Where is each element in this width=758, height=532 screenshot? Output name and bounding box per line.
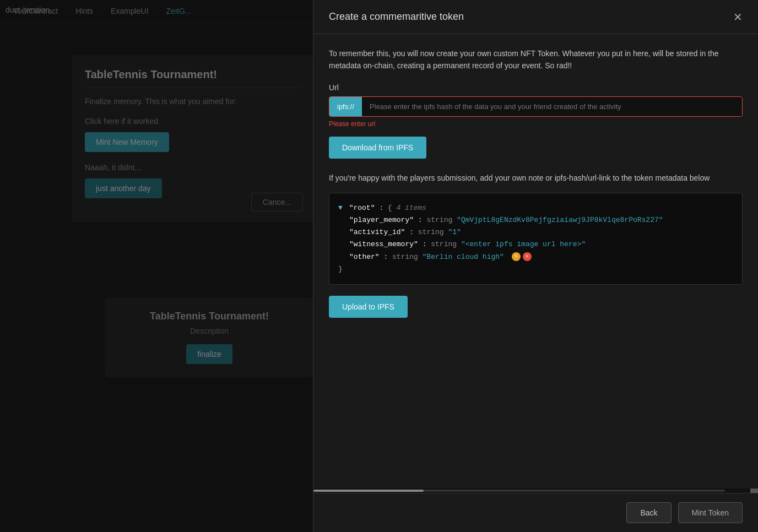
json-player-memory-value: "QmVjptL8gENzdKv8Pejfgziaiawj9JP8kVlqe8r… [457,216,663,224]
json-viewer: ▼ "root" : { 4 items "player_memory" : s… [329,193,743,285]
json-open-brace: { [388,204,392,212]
json-delete-icon[interactable]: ✕ [523,252,532,261]
mint-token-button[interactable]: Mint Token [678,502,743,523]
url-prefix: ipfs:// [329,97,362,116]
json-other-icons: ✎ ✕ [512,252,532,261]
scrollbar-button[interactable] [750,488,758,493]
modal-body: To remember this, you will now create yo… [313,34,758,488]
json-collapse-icon[interactable]: ▼ [338,204,343,212]
json-witness-memory-type: string [431,240,457,248]
json-player-memory-key: "player_memory" [349,216,414,224]
download-from-ipfs-button[interactable]: Download from IPFS [329,137,426,159]
json-witness-memory-key: "witness_memory" [349,240,418,248]
json-player-memory-type: string [426,216,452,224]
back-button[interactable]: Back [626,502,671,523]
modal-footer: Back Mint Token [313,493,758,532]
modal-header: Create a commemaritive token ✕ [313,0,758,34]
modal-title: Create a commemaritive token [329,11,464,23]
happy-text: If you're happy with the players submiss… [329,172,743,184]
json-close-brace: } [338,265,343,273]
scrollbar-thumb [313,490,424,492]
modal: Create a commemaritive token ✕ To rememb… [313,0,758,532]
json-activity-id-value: "1" [448,228,461,236]
json-edit-icon[interactable]: ✎ [512,252,521,261]
scrollbar-track [313,490,725,492]
json-other-key: "other" [349,253,380,261]
json-activity-id-type: string [418,228,444,236]
url-error: Please enter url [329,120,743,128]
upload-to-ipfs-button[interactable]: Upload to IPFS [329,296,408,318]
url-input[interactable] [362,97,742,116]
modal-scrollbar[interactable] [313,488,758,493]
modal-description: To remember this, you will now create yo… [329,47,743,72]
url-input-wrapper: ipfs:// [329,96,743,117]
json-root-key: "root" [349,204,375,212]
url-label: Url [329,83,743,92]
json-activity-id-key: "activity_id" [349,228,405,236]
modal-close-button[interactable]: ✕ [733,12,743,23]
json-witness-memory-value: "<enter ipfs image url here>" [461,240,586,248]
json-other-value: "Berlin cloud high" [423,253,504,261]
json-other-type: string [392,253,418,261]
json-item-count: 4 items [396,204,426,212]
